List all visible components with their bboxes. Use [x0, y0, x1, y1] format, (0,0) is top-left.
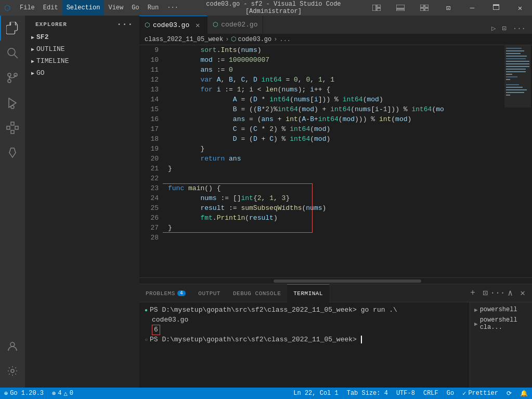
main-content: EXPLORER ··· ▶ SF2 ▶ OUTLINE ▶ TIMELINE … — [0, 16, 532, 388]
panel-more-icon[interactable]: ··· — [492, 288, 503, 298]
language-label: Go — [447, 390, 454, 397]
explorer-activity-icon[interactable] — [0, 16, 25, 41]
account-activity-icon[interactable] — [0, 334, 25, 358]
term-prompt-2: PS D:\mysetup\gopath\src\sf2\class_2022_… — [150, 335, 362, 344]
tab-more-icon[interactable]: ··· — [511, 23, 528, 34]
terminal-line-4: ○ PS D:\mysetup\gopath\src\sf2\class_202… — [145, 335, 464, 345]
terminal-name-2: powershell cla... — [480, 316, 528, 331]
code-line-22 — [168, 174, 503, 183]
panel-close-icon[interactable]: ✕ — [517, 288, 528, 298]
menu-go[interactable]: Go — [127, 0, 143, 16]
menu-view[interactable]: View — [104, 0, 127, 16]
menu-file[interactable]: File — [16, 0, 39, 16]
status-notifications-icon[interactable]: 🔔 — [516, 390, 532, 397]
svg-point-16 — [11, 105, 14, 109]
run-button[interactable]: ▷ — [489, 23, 498, 34]
status-tabsize[interactable]: Tab Size: 4 — [343, 390, 392, 397]
menu-edit[interactable]: Edit — [39, 0, 62, 16]
panel-layout-icon[interactable] — [388, 0, 412, 16]
grid-icon[interactable] — [412, 0, 436, 16]
panel-tab-terminal[interactable]: TERMINAL — [287, 284, 329, 302]
status-sync-icon[interactable]: ⟳ — [502, 390, 516, 397]
code-line-14: A = (D * int64(nums[i])) % int64(mod) — [168, 95, 503, 104]
code03-tab-close[interactable]: ✕ — [193, 21, 202, 30]
status-eol[interactable]: CRLF — [419, 390, 443, 397]
more-icon[interactable]: ⊡ — [436, 0, 460, 16]
code-line-19: } — [168, 144, 503, 154]
svg-point-13 — [8, 79, 11, 83]
extensions-activity-icon[interactable] — [0, 115, 25, 140]
app-icon: ⬡ — [0, 0, 16, 16]
minimize-button[interactable]: — — [460, 0, 484, 16]
prettier-label: Prettier — [468, 390, 498, 397]
maximize-button[interactable]: 🗖 — [484, 0, 508, 16]
code-editor[interactable]: 9 10 11 12 13 14 15 16 17 18 19 20 21 22… — [139, 45, 532, 277]
sidebar-item-outline[interactable]: ▶ OUTLINE — [25, 44, 139, 54]
menu-more[interactable]: ··· — [163, 0, 183, 16]
breadcrumb-folder[interactable]: class_2022_11_05_week — [145, 36, 223, 43]
window-controls: ⊡ — 🗖 ✕ — [365, 0, 532, 16]
status-errors[interactable]: ⊗ 4 △ 0 — [48, 388, 77, 399]
layout-icon[interactable] — [365, 0, 388, 16]
panel-tab-problems[interactable]: PROBLEMS 4 — [139, 284, 192, 302]
status-language[interactable]: Go — [443, 390, 458, 397]
panel: PROBLEMS 4 OUTPUT DEBUG CONSOLE TERMINAL… — [139, 284, 532, 388]
panel-tab-output[interactable]: OUTPUT — [192, 284, 227, 302]
term-output-value: 6 — [152, 325, 160, 335]
position-label: Ln 22, Col 1 — [293, 390, 338, 397]
svg-rect-7 — [425, 5, 429, 7]
breadcrumb-file[interactable]: code03.go — [238, 36, 271, 43]
term-prompt-1: PS D:\mysetup\gopath\src\sf2\class_2022_… — [150, 305, 397, 315]
sidebar-item-sf2[interactable]: ▶ SF2 — [25, 32, 139, 42]
search-activity-icon[interactable] — [0, 41, 25, 65]
sidebar-section-sf2: ▶ SF2 — [25, 31, 139, 43]
status-branch[interactable]: ⊕ Go 1.20.3 — [0, 388, 48, 399]
sidebar-item-timeline[interactable]: ▶ TIMELINE — [25, 56, 139, 66]
split-editor-icon[interactable]: ⊡ — [500, 23, 508, 34]
split-terminal-icon[interactable]: ⊡ — [480, 288, 490, 298]
sidebar-header: EXPLORER ··· — [25, 16, 139, 31]
status-encoding[interactable]: UTF-8 — [392, 390, 419, 397]
tab-code02[interactable]: ⬡ code02.go — [207, 16, 263, 34]
svg-marker-15 — [9, 98, 16, 108]
code02-tab-label: code02.go — [221, 21, 257, 29]
panel-controls: + ⊡ ··· ∧ ✕ — [468, 288, 532, 298]
branch-label: Go 1.20.3 — [10, 390, 44, 397]
sync-icon: ⟳ — [507, 390, 512, 397]
panel-maximize-icon[interactable]: ∧ — [505, 288, 515, 298]
close-button[interactable]: ✕ — [508, 0, 532, 16]
breadcrumb-sep1: › — [225, 36, 229, 43]
outline-chevron-icon: ▶ — [31, 46, 34, 52]
terminal-content[interactable]: ● PS D:\mysetup\gopath\src\sf2\class_202… — [139, 302, 470, 388]
terminal-item-powershell1[interactable]: ▶ powershell — [470, 304, 532, 315]
code-content[interactable]: sort.Ints(nums) mod := 1000000007 ans :=… — [163, 45, 503, 277]
code-line-15: B = ((B*2)%int64(mod) + int64(nums[i-1])… — [168, 104, 503, 114]
problems-label: PROBLEMS — [146, 290, 175, 297]
panel-tab-debug[interactable]: DEBUG CONSOLE — [227, 284, 287, 302]
sidebar-more-icon[interactable]: ··· — [116, 20, 133, 29]
code-line-27: } — [168, 223, 503, 233]
code-line-17: C = (C * 2) % int64(mod) — [168, 124, 503, 134]
menu-run[interactable]: Run — [144, 0, 163, 16]
sidebar-item-go[interactable]: ▶ GO — [25, 68, 139, 78]
source-control-activity-icon[interactable] — [0, 65, 25, 90]
code-line-9: sort.Ints(nums) — [168, 45, 503, 55]
new-terminal-icon[interactable]: + — [468, 288, 478, 298]
outline-label: OUTLINE — [36, 45, 65, 53]
terminal-item-powershell2[interactable]: ▶ powershell cla... — [470, 315, 532, 332]
svg-rect-6 — [420, 5, 424, 7]
menu-selection[interactable]: Selection — [62, 0, 105, 16]
svg-rect-5 — [396, 9, 405, 11]
tab-code03[interactable]: ⬡ code03.go ✕ — [139, 16, 207, 34]
term-dot-1: ● — [145, 306, 148, 315]
test-activity-icon[interactable] — [0, 140, 25, 165]
breadcrumb-more[interactable]: ... — [279, 36, 291, 43]
settings-activity-icon[interactable] — [0, 358, 25, 383]
terminal-line-2: code03.go — [145, 315, 464, 325]
timeline-chevron-icon: ▶ — [31, 58, 34, 64]
code-line-20: return ans — [168, 154, 503, 164]
error-icon: ⊗ — [52, 390, 56, 397]
status-prettier[interactable]: ✓ Prettier — [458, 390, 502, 397]
status-position[interactable]: Ln 22, Col 1 — [289, 390, 342, 397]
run-debug-activity-icon[interactable] — [0, 90, 25, 115]
